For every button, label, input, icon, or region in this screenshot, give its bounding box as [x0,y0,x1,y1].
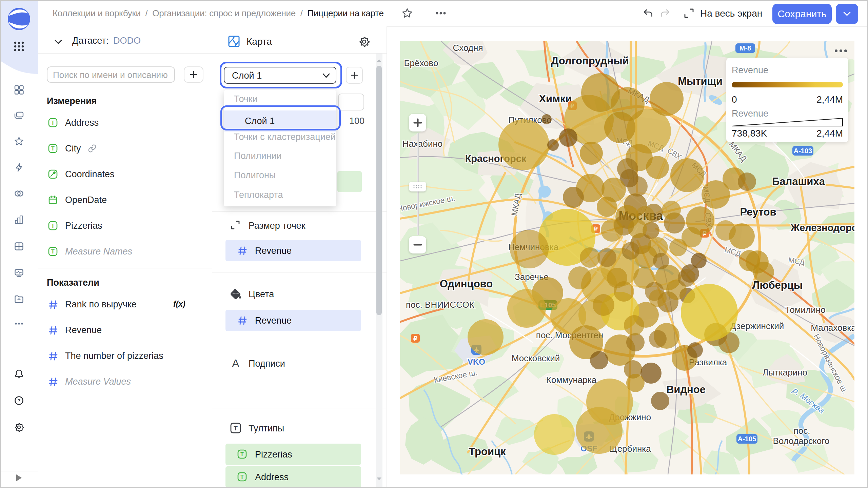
svg-text:T: T [240,474,244,480]
svg-text:М-8: М-8 [739,44,751,52]
svg-text:VKO: VKO [468,357,485,366]
svg-text:Видное: Видное [666,384,706,395]
svg-text:Железнодоро: Железнодоро [790,222,854,233]
svg-text:Сходня: Сходня [453,43,483,53]
svg-text:Малаховка: Малаховка [811,323,854,333]
svg-text:А-103: А-103 [794,147,812,155]
svg-text:пос.: пос. [794,426,810,436]
svg-text:T: T [51,249,55,255]
svg-text:Химки: Химки [539,93,572,105]
svg-text:Коммунарка: Коммунарка [546,375,597,385]
svg-text:T: T [234,425,238,432]
svg-text:A: A [232,358,239,369]
svg-text:Лыткарино: Лыткарино [763,367,807,378]
svg-text:Мытищи: Мытищи [678,75,723,87]
svg-text:Томилино: Томилино [785,305,825,315]
svg-text:Московский: Московский [512,353,560,363]
svg-text:₽: ₽ [413,335,417,342]
svg-text:T: T [51,223,55,229]
svg-text:Долгопрудный: Долгопрудный [551,55,629,67]
svg-text:T: T [51,146,55,151]
svg-text:Реутов: Реутов [740,206,776,218]
svg-text:Нахабино: Нахабино [402,139,443,149]
svg-text:Дзержинский: Дзержинский [730,321,784,331]
svg-text:А-105: А-105 [738,435,756,443]
svg-text:Володарского: Володарского [773,436,829,446]
svg-text:Одинцово: Одинцово [440,278,493,290]
svg-text:Троицк: Троицк [469,446,506,458]
svg-text:?: ? [17,398,20,403]
svg-text:пос. ВНИИССОК: пос. ВНИИССОК [406,300,474,310]
svg-text:T: T [51,120,55,126]
svg-text:Балашиха: Балашиха [772,176,825,187]
svg-text:Брёхово: Брёхово [404,58,438,68]
svg-text:T: T [240,451,244,457]
